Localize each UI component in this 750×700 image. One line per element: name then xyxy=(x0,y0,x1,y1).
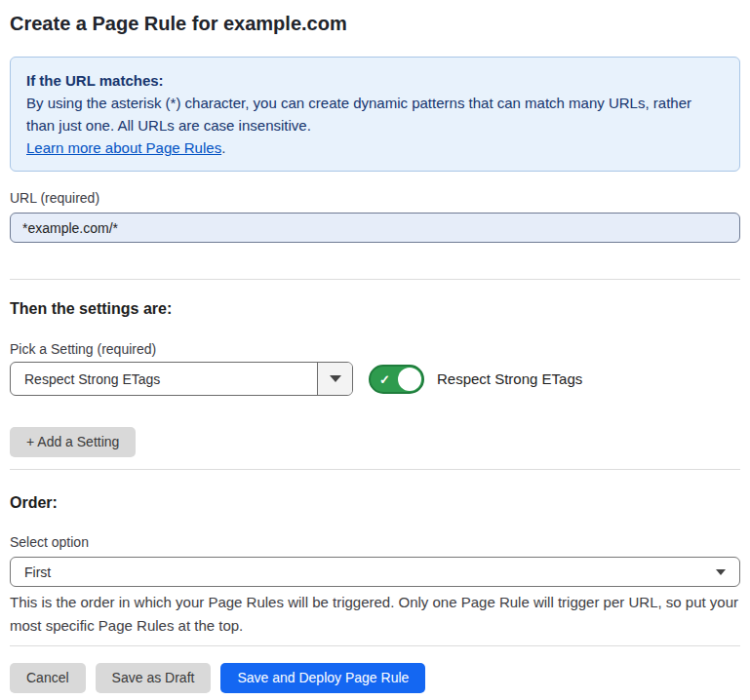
toggle-knob xyxy=(398,368,421,391)
chevron-down-icon xyxy=(330,375,341,382)
url-match-info-box: If the URL matches: By using the asteris… xyxy=(10,57,740,172)
setting-select-value: Respect Strong ETags xyxy=(11,371,317,387)
divider xyxy=(10,469,740,470)
settings-section-heading: Then the settings are: xyxy=(10,299,740,319)
setting-picker-label: Pick a Setting (required) xyxy=(10,340,740,358)
setting-select-arrow-button[interactable] xyxy=(317,363,352,395)
divider xyxy=(10,645,740,646)
add-setting-button[interactable]: + Add a Setting xyxy=(10,427,136,457)
info-box-link-line: Learn more about Page Rules. xyxy=(26,136,724,159)
check-icon: ✓ xyxy=(379,372,390,385)
setting-select[interactable]: Respect Strong ETags xyxy=(10,362,353,396)
order-select[interactable]: First xyxy=(10,557,740,587)
order-help-text: This is the order in which your Page Rul… xyxy=(10,591,740,638)
save-as-draft-button[interactable]: Save as Draft xyxy=(96,663,212,693)
link-suffix: . xyxy=(221,139,225,156)
page-title: Create a Page Rule for example.com xyxy=(10,12,740,35)
order-select-value: First xyxy=(24,564,51,580)
url-label: URL (required) xyxy=(10,189,740,207)
toggle-label: Respect Strong ETags xyxy=(437,370,582,387)
order-section-heading: Order: xyxy=(10,493,740,513)
order-select-label: Select option xyxy=(10,533,740,551)
page-rule-form: Create a Page Rule for example.com If th… xyxy=(0,0,750,700)
info-box-heading: If the URL matches: xyxy=(26,69,724,92)
save-and-deploy-button[interactable]: Save and Deploy Page Rule xyxy=(220,663,425,693)
setting-row: Respect Strong ETags ✓ Respect Strong ET… xyxy=(10,362,740,396)
divider xyxy=(10,279,740,280)
chevron-down-icon xyxy=(716,569,726,575)
cancel-button[interactable]: Cancel xyxy=(10,663,86,693)
url-input[interactable] xyxy=(10,213,740,243)
info-box-body: By using the asterisk (*) character, you… xyxy=(26,92,724,136)
footer-buttons: Cancel Save as Draft Save and Deploy Pag… xyxy=(10,663,740,693)
learn-more-link[interactable]: Learn more about Page Rules xyxy=(26,139,221,156)
respect-strong-etags-toggle[interactable]: ✓ xyxy=(369,365,424,394)
